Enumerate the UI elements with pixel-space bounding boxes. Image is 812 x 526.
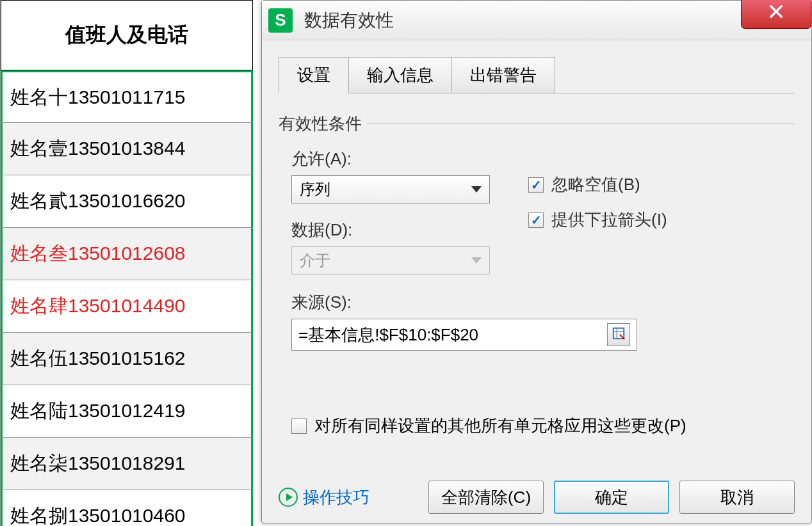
checkbox-icon [528,212,544,228]
checkbox-icon [291,418,307,434]
allow-value: 序列 [300,179,330,200]
sheet-cell[interactable]: 姓名捌13501010460 [1,490,253,526]
tabs: 设置 输入信息 出错警告 [279,57,795,93]
titlebar[interactable]: S 数据有效性 [262,1,811,40]
close-icon [767,3,785,23]
clear-all-button[interactable]: 全部清除(C) [428,481,544,514]
allow-label: 允许(A): [291,148,528,170]
column-header: 值班人及电话 [1,0,253,70]
dialog-footer: 操作技巧 全部清除(C) 确定 取消 [279,481,795,514]
range-picker-icon [612,325,626,345]
ok-button[interactable]: 确定 [554,481,669,514]
close-button[interactable] [741,0,811,29]
tab-error-alert[interactable]: 出错警告 [451,57,555,93]
data-select: 介于 [291,246,490,275]
allow-select[interactable]: 序列 [291,175,490,203]
sheet-cell[interactable]: 姓名十13501011715 [1,70,253,123]
range-picker-button[interactable] [607,323,630,346]
sheet-cell[interactable]: 姓名陆13501012419 [1,385,253,438]
checkbox-icon [528,177,544,193]
ignore-blank-checkbox[interactable]: 忽略空值(B) [528,173,795,196]
tab-input-message[interactable]: 输入信息 [348,57,452,93]
sheet-cell[interactable]: 姓名叁13501012608 [1,228,253,280]
data-label: 数据(D): [291,219,528,241]
sheet-cell[interactable]: 姓名貳13501016620 [1,175,253,228]
validation-criteria-group: 有效性条件 [279,113,795,135]
data-validation-dialog: S 数据有效性 设置 输入信息 出错警告 有效性条件 允许(A): 序列 [261,0,812,523]
app-icon: S [268,8,293,33]
sheet-cell[interactable]: 姓名柒13501018291 [1,438,253,490]
column-header-text: 值班人及电话 [65,21,188,49]
data-value: 介于 [300,250,330,271]
play-icon [279,488,298,507]
source-input[interactable] [298,325,607,345]
sheet-cell[interactable]: 姓名伍13501015162 [1,333,253,385]
source-label: 来源(S): [291,291,795,314]
source-input-wrapper [291,319,637,351]
dialog-body: 设置 输入信息 出错警告 有效性条件 允许(A): 序列 数据(D): 介于 [262,40,811,437]
tips-link[interactable]: 操作技巧 [303,486,369,509]
chevron-down-icon [471,186,482,193]
sheet-cell[interactable]: 姓名壹13501013844 [1,123,253,175]
dropdown-arrow-checkbox[interactable]: 提供下拉箭头(I) [528,209,795,231]
tab-settings[interactable]: 设置 [279,57,349,93]
spreadsheet-column: 值班人及电话 姓名十13501011715姓名壹13501013844姓名貳13… [0,0,253,526]
chevron-down-icon [471,257,482,264]
cancel-button[interactable]: 取消 [679,481,795,514]
dialog-title: 数据有效性 [304,8,394,33]
apply-all-checkbox[interactable]: 对所有同样设置的其他所有单元格应用这些更改(P) [279,415,795,437]
sheet-cell[interactable]: 姓名肆13501014490 [1,280,253,333]
